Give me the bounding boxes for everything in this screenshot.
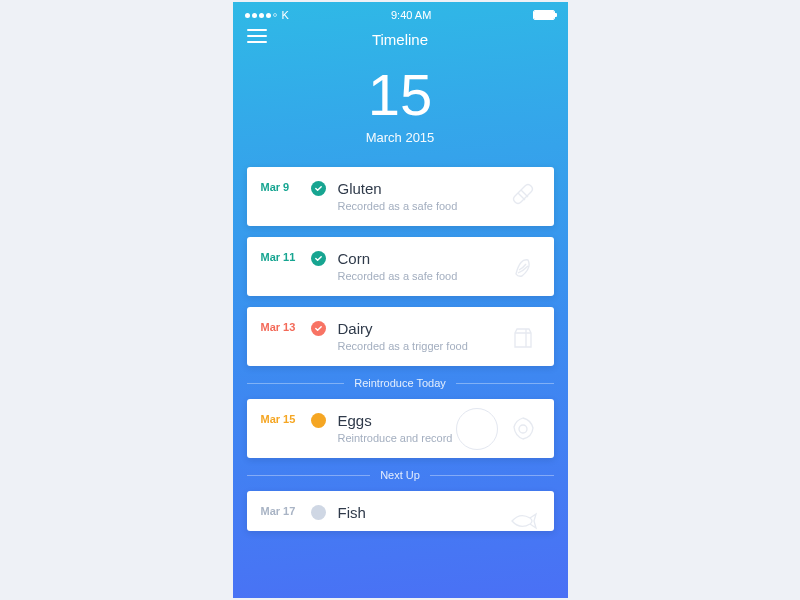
- entry-date: Mar 11: [261, 250, 299, 263]
- app-header: Timeline: [233, 25, 568, 52]
- food-name: Fish: [338, 504, 494, 521]
- page-title: Timeline: [372, 31, 428, 48]
- check-icon: [311, 251, 326, 266]
- entry-date: Mar 13: [261, 320, 299, 333]
- signal-carrier: K: [245, 9, 289, 21]
- record-circle-icon: [456, 408, 498, 450]
- egg-icon: [506, 412, 540, 446]
- divider-label: Reintroduce Today: [354, 377, 446, 389]
- clock: 9:40 AM: [391, 9, 431, 21]
- section-divider-today: Reintroduce Today: [247, 377, 554, 389]
- timeline-card[interactable]: Mar 13 Dairy Recorded as a trigger food: [247, 307, 554, 366]
- timeline-card[interactable]: Mar 9 Gluten Recorded as a safe food: [247, 167, 554, 226]
- carrier-label: K: [282, 9, 289, 21]
- bread-icon: [506, 180, 540, 214]
- phone-frame: K 9:40 AM Timeline 15 March 2015 Mar 9 G…: [233, 2, 568, 598]
- food-status: Recorded as a trigger food: [338, 340, 494, 352]
- status-bar: K 9:40 AM: [233, 2, 568, 25]
- signal-dots-icon: [245, 13, 277, 18]
- food-name: Dairy: [338, 320, 494, 337]
- day-number: 15: [233, 66, 568, 124]
- svg-point-0: [519, 425, 527, 433]
- entry-date: Mar 17: [261, 504, 299, 517]
- current-date: 15 March 2015: [233, 66, 568, 145]
- divider-label: Next Up: [380, 469, 420, 481]
- food-status: Recorded as a safe food: [338, 200, 494, 212]
- corn-icon: [506, 250, 540, 284]
- menu-button[interactable]: [247, 29, 267, 43]
- entry-date: Mar 15: [261, 412, 299, 425]
- fish-icon: [506, 504, 540, 531]
- milk-icon: [506, 320, 540, 354]
- food-name: Corn: [338, 250, 494, 267]
- check-icon: [311, 321, 326, 336]
- battery-icon: [533, 10, 555, 20]
- entry-date: Mar 9: [261, 180, 299, 193]
- timeline-card[interactable]: Mar 15 Eggs Reintroduce and record: [247, 399, 554, 458]
- timeline-card[interactable]: Mar 11 Corn Recorded as a safe food: [247, 237, 554, 296]
- timeline-list: Mar 9 Gluten Recorded as a safe food Mar…: [233, 145, 568, 531]
- food-name: Gluten: [338, 180, 494, 197]
- timeline-card[interactable]: Mar 17 Fish: [247, 491, 554, 531]
- section-divider-next: Next Up: [247, 469, 554, 481]
- check-icon: [311, 181, 326, 196]
- month-year: March 2015: [233, 130, 568, 145]
- dot-icon: [311, 413, 326, 428]
- food-status: Recorded as a safe food: [338, 270, 494, 282]
- dot-icon: [311, 505, 326, 520]
